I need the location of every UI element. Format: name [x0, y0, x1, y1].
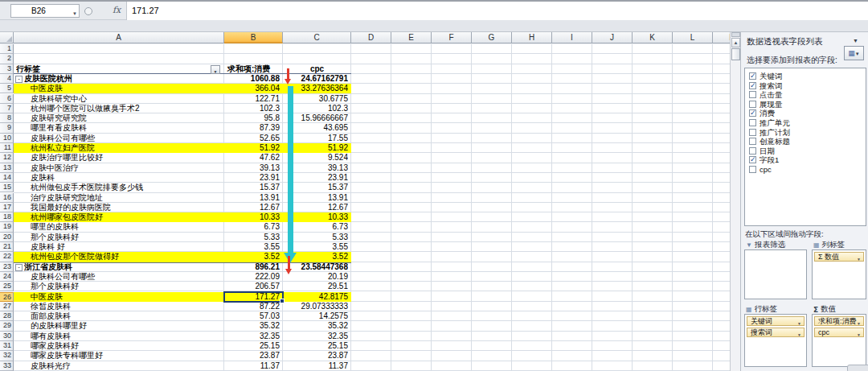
cell-B7[interactable]: 102.3 — [225, 104, 280, 113]
cell-C25[interactable]: 29.51 — [286, 282, 348, 291]
report-filter-area[interactable] — [744, 249, 807, 299]
field-checkbox-10[interactable] — [749, 166, 756, 173]
field-row-1[interactable]: ✓搜索词 — [749, 81, 783, 90]
field-checkbox-6[interactable] — [749, 129, 756, 136]
row-header-15[interactable]: 15 — [0, 183, 14, 192]
cell-A23[interactable]: 浙江省皮肤科 — [24, 262, 213, 272]
cell-A22[interactable]: 杭州包皮那个医院做得好 — [31, 252, 219, 262]
cell-B11[interactable]: 51.92 — [225, 143, 280, 153]
cell-C14[interactable]: 23.91 — [286, 173, 348, 183]
field-checkbox-3[interactable] — [749, 101, 756, 108]
name-box[interactable]: B26 ▼ — [10, 4, 80, 18]
cell-C20[interactable]: 5.33 — [286, 233, 348, 242]
cell-C24[interactable]: 20.19 — [286, 272, 348, 282]
cell-C11[interactable]: 51.92 — [286, 143, 348, 153]
row-header-32[interactable]: 32 — [0, 351, 14, 361]
row-header-24[interactable]: 24 — [0, 272, 14, 282]
column-header-C[interactable]: C — [283, 32, 351, 43]
row-header-3[interactable]: 3 — [0, 64, 14, 74]
pill-dropdown-icon[interactable]: ▼ — [857, 331, 861, 337]
cell-A11[interactable]: 杭州私立妇产医院 — [31, 143, 219, 153]
cell-B13[interactable]: 39.13 — [225, 163, 280, 173]
row-header-22[interactable]: 22 — [0, 252, 14, 262]
cell-A7[interactable]: 杭州哪个医院可以做腋臭手术2 — [31, 104, 219, 113]
row-header-31[interactable]: 31 — [0, 341, 14, 351]
pill-dropdown-icon[interactable]: ▼ — [797, 331, 801, 337]
column-header-J[interactable]: J — [592, 32, 633, 43]
field-row-7[interactable]: 创意标题 — [749, 137, 790, 146]
update-button-cutoff[interactable] — [847, 365, 868, 371]
cell-A10[interactable]: 皮肤科公司有哪些 — [31, 134, 219, 143]
cell-B31[interactable]: 25.15 — [225, 341, 280, 351]
field-row-10[interactable]: cpc — [749, 165, 772, 174]
pane-options-dropdown-icon[interactable]: ▼ — [853, 38, 858, 43]
cell-A33[interactable]: 皮肤科光疗 — [31, 361, 219, 371]
scrollbar-thumb[interactable] — [731, 48, 740, 60]
field-checkbox-5[interactable] — [749, 119, 756, 126]
cell-A4[interactable]: 皮肤医院杭州 — [24, 74, 213, 84]
column-header-F[interactable]: F — [432, 32, 472, 43]
field-row-6[interactable]: 推广计划 — [749, 128, 790, 137]
cell-A25[interactable]: 那个皮肤科好 — [31, 282, 219, 291]
cell-B4[interactable]: 1060.88 — [225, 74, 280, 84]
row-header-28[interactable]: 28 — [0, 311, 14, 321]
column-header-G[interactable]: G — [472, 32, 512, 43]
cell-A27[interactable]: 徐皙皮肤科 — [31, 302, 219, 311]
collapse-icon[interactable]: - — [15, 264, 23, 271]
scroll-up-icon[interactable]: ▲ — [731, 38, 740, 47]
cell-A6[interactable]: 皮肤科研究中心 — [31, 94, 219, 104]
field-checkbox-4[interactable]: ✓ — [749, 109, 756, 117]
row-header-1[interactable]: 1 — [0, 44, 14, 54]
cell-C17[interactable]: 12.67 — [286, 203, 348, 212]
cell-B30[interactable]: 32.35 — [225, 332, 280, 341]
cell-A30[interactable]: 哪有皮肤科 — [31, 332, 219, 341]
row-header-11[interactable]: 11 — [0, 143, 14, 153]
field-row-2[interactable]: 点击量 — [749, 90, 783, 99]
cell-B24[interactable]: 222.09 — [225, 272, 280, 282]
cell-B6[interactable]: 122.71 — [225, 94, 280, 104]
cell-B27[interactable]: 87.22 — [225, 302, 280, 311]
field-checkbox-1[interactable]: ✓ — [749, 82, 756, 89]
field-list-layout-button[interactable]: ▦▼ — [844, 46, 864, 60]
cell-A24[interactable]: 皮肤科公司有哪些 — [31, 272, 219, 282]
column-header-A[interactable]: A — [14, 32, 224, 43]
row-header-27[interactable]: 27 — [0, 302, 14, 311]
row-header-9[interactable]: 9 — [0, 123, 14, 133]
row-labels-item-0[interactable]: 关键词▼ — [747, 316, 805, 326]
cell-C6[interactable]: 30.6775 — [286, 94, 348, 104]
field-row-0[interactable]: ✓关键词 — [749, 72, 783, 80]
cell-A28[interactable]: 面部皮肤科 — [31, 311, 219, 321]
row-labels-item-1[interactable]: 搜索词▼ — [747, 328, 805, 337]
column-labels-area[interactable]: Σ 数值▼ — [812, 249, 866, 299]
cell-B9[interactable]: 87.39 — [225, 123, 280, 133]
cell-C23[interactable]: 23.58447368 — [286, 262, 348, 272]
row-header-33[interactable]: 33 — [0, 361, 14, 371]
cell-C3[interactable]: cpc — [283, 64, 351, 74]
cell-C8[interactable]: 15.96666667 — [286, 113, 348, 123]
row-header-18[interactable]: 18 — [0, 212, 14, 222]
cell-B15[interactable]: 15.37 — [225, 183, 280, 192]
cell-B16[interactable]: 13.91 — [225, 193, 280, 203]
cell-A14[interactable]: 皮肤科 — [31, 173, 219, 183]
row-header-23[interactable]: 23 — [0, 262, 14, 272]
column-header-K[interactable]: K — [633, 32, 673, 43]
row-header-2[interactable]: 2 — [0, 54, 14, 64]
field-checkbox-0[interactable]: ✓ — [749, 72, 756, 80]
row-header-26[interactable]: 26 — [0, 292, 14, 302]
cell-C27[interactable]: 29.07333333 — [286, 302, 348, 311]
cell-C16[interactable]: 13.91 — [286, 193, 348, 203]
column-header-M[interactable]: M — [713, 32, 730, 43]
cell-C7[interactable]: 102.3 — [286, 104, 348, 113]
field-row-8[interactable]: 日期 — [749, 146, 775, 155]
row-header-12[interactable]: 12 — [0, 153, 14, 163]
row-header-16[interactable]: 16 — [0, 193, 14, 203]
field-checkbox-9[interactable]: ✓ — [749, 156, 756, 163]
fields-list[interactable]: ✓关键词✓搜索词点击量展现量✓消费推广单元推广计划创意标题日期✓字段1cpc — [744, 68, 866, 226]
row-labels-filter-button[interactable]: ▼ — [211, 65, 220, 74]
cell-A19[interactable]: 哪里的皮肤科 — [31, 222, 219, 232]
select-all-corner[interactable] — [0, 32, 14, 43]
vertical-scrollbar[interactable]: ▲ — [730, 32, 740, 371]
cell-B21[interactable]: 3.55 — [225, 242, 280, 252]
cell-A3[interactable]: 行标签 — [16, 64, 205, 74]
cell-A16[interactable]: 治疗皮肤研究院地址 — [31, 193, 219, 203]
